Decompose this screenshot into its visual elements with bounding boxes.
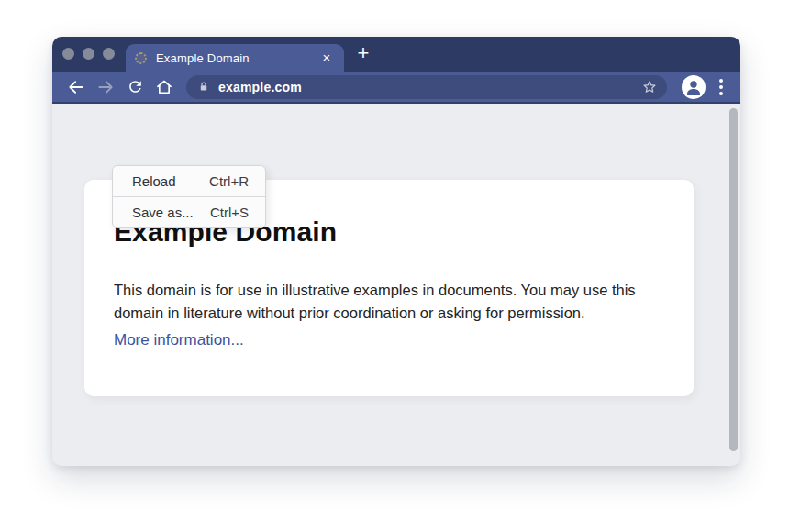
new-tab-button[interactable]: +	[351, 41, 375, 65]
forward-button[interactable]	[94, 76, 117, 98]
url-text: example.com	[218, 80, 641, 94]
page-viewport: Example Domain This domain is for use in…	[52, 104, 740, 464]
menu-item-shortcut: Ctrl+S	[210, 205, 249, 220]
kebab-dot	[719, 79, 723, 83]
reload-button[interactable]	[124, 76, 146, 98]
secure-lock-icon	[197, 80, 210, 94]
address-bar[interactable]: example.com	[186, 75, 667, 99]
forward-arrow-icon	[96, 78, 115, 96]
reload-icon	[127, 78, 144, 95]
context-menu-item-save-as[interactable]: Save as... Ctrl+S	[113, 197, 265, 227]
browser-tab[interactable]: Example Domain ×	[126, 44, 344, 72]
menu-item-label: Save as...	[132, 205, 194, 220]
browser-menu-button[interactable]	[713, 76, 729, 98]
menu-item-label: Reload	[132, 173, 176, 189]
more-information-link[interactable]: More information...	[114, 331, 244, 349]
kebab-dot	[719, 85, 723, 89]
vertical-scrollbar-thumb[interactable]	[729, 108, 738, 451]
home-button[interactable]	[153, 76, 175, 98]
tab-close-icon[interactable]: ×	[318, 50, 335, 66]
kebab-dot	[719, 92, 723, 95]
context-menu: Reload Ctrl+R Save as... Ctrl+S	[112, 165, 266, 228]
tab-title: Example Domain	[156, 51, 318, 65]
screenshot-stage: Example Domain × + example	[0, 0, 789, 532]
tab-favicon-icon	[135, 52, 147, 64]
person-icon	[682, 75, 706, 99]
window-zoom-button[interactable]	[103, 48, 115, 60]
window-close-button[interactable]	[62, 48, 74, 60]
window-controls	[62, 48, 115, 60]
browser-window: Example Domain × + example	[52, 37, 740, 466]
menu-item-shortcut: Ctrl+R	[209, 173, 249, 189]
title-bar: Example Domain × +	[52, 37, 740, 72]
home-icon	[155, 78, 173, 96]
bookmark-star-icon[interactable]	[641, 79, 658, 95]
profile-avatar-button[interactable]	[682, 75, 706, 99]
context-menu-item-reload[interactable]: Reload Ctrl+R	[113, 166, 265, 196]
navigation-toolbar: example.com	[52, 72, 740, 104]
back-arrow-icon	[67, 78, 85, 96]
page-paragraph: This domain is for use in illustrative e…	[114, 279, 673, 325]
back-button[interactable]	[65, 76, 87, 98]
window-minimize-button[interactable]	[83, 48, 94, 60]
